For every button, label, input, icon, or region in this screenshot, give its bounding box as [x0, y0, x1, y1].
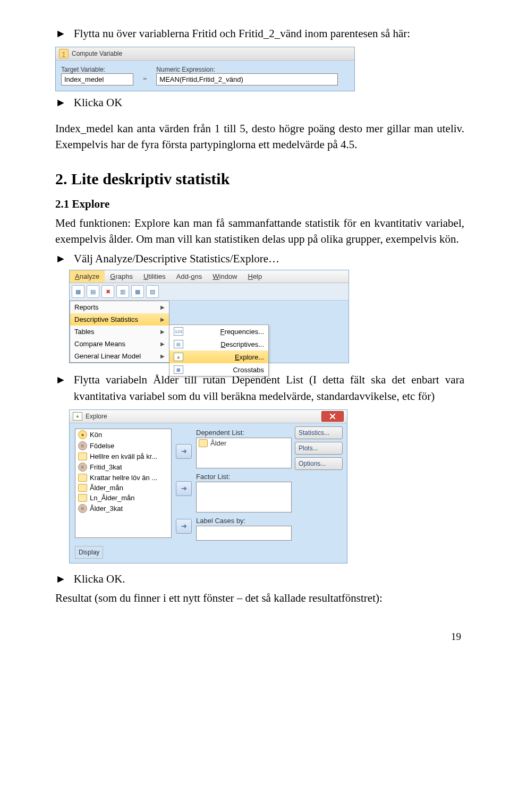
toolbar-btn[interactable]: ▤	[87, 285, 99, 298]
dependent-list-label: Dependent List:	[196, 429, 292, 437]
factor-list-label: Factor List:	[196, 473, 292, 481]
compute-icon: ∑	[59, 49, 69, 58]
menu-window[interactable]: Window	[207, 270, 242, 283]
menu-general-linear-model[interactable]: General Linear Model▶	[70, 350, 169, 362]
menu-utilities[interactable]: Utilities	[138, 270, 171, 283]
variable-item[interactable]: Helllre en kväll på kr...	[75, 451, 171, 461]
chevron-right-icon: ▶	[160, 341, 165, 347]
bullet-triangle: ►	[55, 95, 66, 110]
instruction-5: ► Klicka OK.	[55, 571, 464, 587]
move-to-factor[interactable]: ➔	[176, 481, 192, 496]
statistics-button[interactable]: Statistics...	[295, 426, 343, 439]
paragraph-result: Resultat (som du finner i ett nytt fönst…	[55, 590, 464, 606]
target-variable-input[interactable]	[61, 73, 133, 86]
scale-icon	[199, 439, 208, 447]
bullet-triangle: ►	[55, 571, 66, 587]
menu-descriptive-statistics[interactable]: Descriptive Statistics▶	[70, 313, 169, 326]
dependent-list-field[interactable]: Ålder	[196, 438, 292, 468]
analyze-menu-screenshot: Analyze Graphs Utilities Add-ons Window …	[69, 270, 349, 363]
variable-item[interactable]: Krattar hellre löv än ...	[75, 473, 171, 483]
submenu-frequencies[interactable]: 123Frequencies...	[169, 325, 268, 338]
menu-analyze[interactable]: Analyze	[70, 270, 105, 283]
explore-window-icon: ▲	[73, 412, 82, 421]
explore-dialog-screenshot: ▲ Explore ●Kön≡FödelseHelllre en kväll p…	[69, 409, 347, 563]
instruction-3-text: Välj Analyze/Descriptive Statistics/Expl…	[74, 251, 279, 267]
bullet-triangle: ►	[55, 372, 66, 388]
sca-icon	[78, 474, 87, 482]
variable-name: Kön	[90, 431, 102, 439]
sca-icon	[78, 452, 87, 460]
variable-name: Ln_Ålder_mån	[90, 494, 135, 502]
menu-addons[interactable]: Add-ons	[171, 270, 207, 283]
instruction-4-text: Flytta variabeln Ålder till rutan Depend…	[74, 372, 464, 404]
variable-item[interactable]: ≡Ålder_3kat	[75, 503, 171, 514]
variable-item[interactable]: ≡Fritid_3kat	[75, 461, 171, 473]
move-to-label[interactable]: ➔	[176, 519, 192, 534]
compute-titlebar: ∑ Compute Variable	[56, 47, 354, 61]
menubar: Analyze Graphs Utilities Add-ons Window …	[70, 270, 348, 283]
menu-help[interactable]: Help	[243, 270, 268, 283]
compute-variable-screenshot: ∑ Compute Variable Target Variable: = Nu…	[55, 47, 355, 91]
display-group: Display	[75, 546, 103, 559]
variable-name: Krattar hellre löv än ...	[90, 474, 157, 482]
instruction-1: ► Flytta nu över variablerna Fritid och …	[55, 25, 464, 41]
sca-icon	[78, 484, 87, 492]
label-cases-label: Label Cases by:	[196, 517, 292, 525]
explore-side-buttons: Statistics... Plots... Options...	[295, 426, 343, 470]
toolbar-btn[interactable]: ▥	[116, 285, 129, 298]
variable-list[interactable]: ●Kön≡FödelseHelllre en kväll på kr...≡Fr…	[75, 429, 172, 538]
explore-title: Explore	[86, 413, 107, 420]
plots-button[interactable]: Plots...	[295, 442, 343, 455]
equals-sign: =	[143, 75, 147, 83]
menu-graphs[interactable]: Graphs	[105, 270, 138, 283]
toolbar-btn[interactable]: ✖	[101, 285, 114, 298]
menu-tables[interactable]: Tables▶	[70, 326, 169, 338]
target-variable-label: Target Variable:	[61, 66, 133, 73]
variable-item[interactable]: ≡Födelse	[75, 440, 171, 451]
numeric-expression-input[interactable]	[156, 73, 338, 86]
label-cases-field[interactable]	[196, 526, 292, 541]
ord-icon: ≡	[78, 463, 87, 472]
instruction-5-text: Klicka OK.	[74, 571, 125, 587]
crosstabs-icon: ▦	[174, 365, 183, 374]
menu-reports[interactable]: Reports▶	[70, 301, 169, 313]
nom-icon: ●	[78, 430, 87, 439]
submenu-descriptives[interactable]: ▤Descriptives...	[169, 338, 268, 351]
bullet-triangle: ►	[55, 251, 66, 267]
options-button[interactable]: Options...	[295, 457, 343, 470]
submenu-explore[interactable]: ▲Explore...	[169, 351, 268, 363]
toolbar-btn[interactable]: ▦	[72, 285, 84, 298]
variable-item[interactable]: Ålder_mån	[75, 483, 171, 493]
close-icon[interactable]	[321, 411, 344, 422]
instruction-3: ► Välj Analyze/Descriptive Statistics/Ex…	[55, 251, 464, 267]
variable-name: Födelse	[90, 442, 114, 450]
variable-item[interactable]: Ln_Ålder_mån	[75, 493, 171, 503]
descriptives-icon: ▤	[174, 340, 183, 348]
instruction-4: ► Flytta variabeln Ålder till rutan Depe…	[55, 372, 464, 404]
compute-title: Compute Variable	[72, 50, 122, 57]
menu-compare-means[interactable]: Compare Means▶	[70, 338, 169, 350]
paragraph-explore-desc: Med funktionen: Explore kan man få samma…	[55, 215, 464, 247]
variable-name: Fritid_3kat	[90, 463, 122, 471]
toolbar: ▦ ▤ ✖ ▥ ▦ ▧	[70, 283, 348, 301]
sca-icon	[78, 494, 87, 502]
variable-item[interactable]: ●Kön	[75, 429, 171, 440]
descriptive-submenu: 123Frequencies... ▤Descriptives... ▲Expl…	[169, 324, 269, 377]
numeric-expression-label: Numeric Expression:	[156, 66, 349, 73]
instruction-1-text: Flytta nu över variablerna Fritid och Fr…	[74, 25, 410, 41]
instruction-2: ► Klicka OK	[55, 95, 464, 110]
bullet-triangle: ►	[55, 25, 66, 41]
toolbar-btn[interactable]: ▧	[146, 285, 159, 298]
chevron-right-icon: ▶	[160, 329, 165, 335]
move-to-dependent[interactable]: ➔	[176, 444, 192, 459]
factor-list-field[interactable]	[196, 482, 292, 512]
chevron-right-icon: ▶	[160, 353, 165, 359]
instruction-2-text: Klicka OK	[74, 95, 123, 110]
toolbar-btn[interactable]: ▦	[131, 285, 144, 298]
paragraph-index-medel: Index_medel kan anta värden från 1 till …	[55, 121, 464, 153]
chevron-right-icon: ▶	[160, 304, 165, 310]
analyze-dropdown: Reports▶ Descriptive Statistics▶ Tables▶…	[70, 301, 169, 363]
ord-icon: ≡	[78, 504, 87, 513]
submenu-crosstabs[interactable]: ▦Crosstabs	[169, 363, 268, 376]
variable-name: Helllre en kväll på kr...	[90, 452, 157, 460]
